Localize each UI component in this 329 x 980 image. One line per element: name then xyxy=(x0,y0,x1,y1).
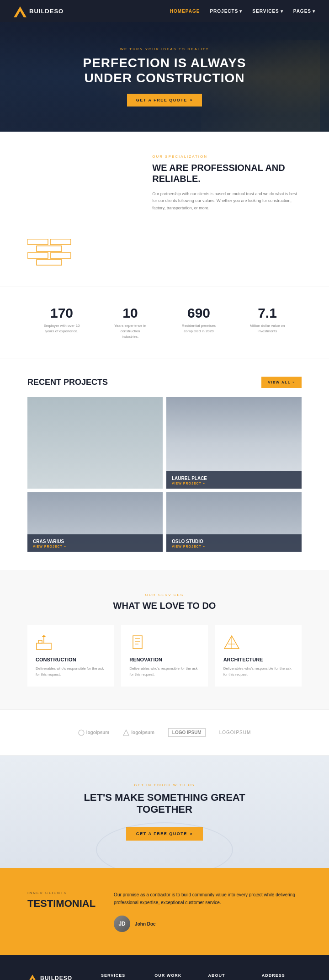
footer-col-services: SERVICES Construction Renovation Archite… xyxy=(101,973,141,980)
svg-rect-5 xyxy=(27,253,48,258)
brick-icon xyxy=(27,239,73,268)
service-desc-1: Deliverables who's responsible for the a… xyxy=(129,666,199,678)
stat-num-3: 7.1 xyxy=(233,305,302,321)
arrow-right-icon: » xyxy=(64,545,66,548)
logo-2: LOGO IPSUM xyxy=(168,728,206,737)
svg-rect-9 xyxy=(38,640,42,643)
svg-marker-20 xyxy=(123,730,129,735)
spec-desc: Our partnership with our clients is base… xyxy=(152,191,302,212)
services-cards: CONSTRUCTION Deliverables who's responsi… xyxy=(27,625,302,687)
spec-left xyxy=(27,154,134,212)
stat-desc-0: Employer with over 10 years of experienc… xyxy=(43,323,80,334)
projects-row-top: LAUREL PLACE VIEW PROJECT » xyxy=(27,397,302,489)
arrow-right-icon: » xyxy=(203,482,205,485)
service-name-1: RENOVATION xyxy=(129,657,199,662)
hero-section: WE TURN YOUR IDEAS TO REALITY PERFECTION… xyxy=(0,22,329,132)
stat-num-2: 690 xyxy=(164,305,233,321)
svg-rect-4 xyxy=(37,246,62,251)
stat-investments: 7.1 Million dollar value on investments xyxy=(233,301,302,344)
logos-section: logoipsum logoipsum LOGO IPSUM LOGOIPSUM xyxy=(0,709,329,756)
testimonial-left: INNER CLIENTS TESTIMONIAL xyxy=(27,891,96,932)
nav-projects[interactable]: PROJECTS ▾ xyxy=(210,9,242,14)
project-link-0[interactable]: VIEW PROJECT » xyxy=(172,482,296,485)
architecture-icon xyxy=(223,634,293,652)
project-label-oslo: OSLO STUDIO VIEW PROJECT » xyxy=(166,534,302,552)
svg-rect-8 xyxy=(37,643,51,650)
cta-bg-shape xyxy=(96,822,233,868)
projects-grid: LAUREL PLACE VIEW PROJECT » CRAS VARIUS … xyxy=(0,397,329,570)
specialization-section: OUR SPECIALIZATION WE ARE PROFESSIONAL A… xyxy=(0,132,329,230)
svg-rect-12 xyxy=(133,636,142,649)
testi-title: TESTIMONIAL xyxy=(27,898,96,910)
service-name-0: CONSTRUCTION xyxy=(36,657,106,662)
logo-0: logoipsum xyxy=(78,730,110,736)
nav-logo[interactable]: BUILDESO xyxy=(14,5,64,17)
testi-text: Our promise as a contractor is to build … xyxy=(114,891,302,906)
svg-marker-11 xyxy=(42,635,46,637)
chevron-down-icon: ▾ xyxy=(313,9,315,14)
hero-sub: WE TURN YOUR IDEAS TO REALITY xyxy=(120,47,209,51)
services-label: OUR SERVICES xyxy=(27,593,302,597)
service-card-construction: CONSTRUCTION Deliverables who's responsi… xyxy=(27,625,114,687)
service-desc-0: Deliverables who's responsible for the a… xyxy=(36,666,106,678)
cta-title: LET'S MAKE SOMETHING GREAT TOGETHER xyxy=(73,792,256,815)
cta-label: GET IN TOUCH WITH US xyxy=(27,783,302,787)
stat-desc-3: Million dollar value on investments xyxy=(249,323,286,334)
project-card-cras[interactable]: CRAS VARIUS VIEW PROJECT » xyxy=(27,492,163,552)
hero-title: PERFECTION IS ALWAYS UNDER CONSTRUCTION xyxy=(78,56,251,85)
project-card-oslo[interactable]: OSLO STUDIO VIEW PROJECT » xyxy=(166,492,302,552)
nav-homepage[interactable]: HOMEPAGE xyxy=(170,9,200,14)
project-name-0: LAUREL PLACE xyxy=(172,476,296,481)
testimonial-right: Our promise as a contractor is to build … xyxy=(114,891,302,932)
testi-label: INNER CLIENTS xyxy=(27,891,96,895)
arrow-right-icon: » xyxy=(292,380,295,384)
chevron-down-icon: ▾ xyxy=(239,9,242,14)
services-section: OUR SERVICES WHAT WE LOVE TO DO CONSTRUC… xyxy=(0,570,329,710)
svg-rect-6 xyxy=(50,253,71,258)
stat-desc-2: Residential premises completed in 2020 xyxy=(180,323,217,334)
svg-rect-3 xyxy=(50,239,71,245)
svg-point-19 xyxy=(79,730,84,735)
footer-logo-icon xyxy=(27,973,37,980)
footer-col-about: ABOUT Contact Us Career FAQ xyxy=(208,973,248,980)
footer-col-title-about: ABOUT xyxy=(208,973,248,978)
footer-col-title-work: OUR WORK xyxy=(154,973,194,978)
service-card-architecture: ARCHITECTURE Deliverables who's responsi… xyxy=(215,625,302,687)
spec-right: OUR SPECIALIZATION WE ARE PROFESSIONAL A… xyxy=(152,154,302,212)
renovation-icon xyxy=(129,634,199,652)
spec-title: WE ARE PROFESSIONAL AND RELIABLE. xyxy=(152,162,302,184)
nav-services[interactable]: SERVICES ▾ xyxy=(252,9,283,14)
arrow-right-icon: » xyxy=(190,98,193,102)
navbar: BUILDESO HOMEPAGE PROJECTS ▾ SERVICES ▾ … xyxy=(0,0,329,22)
logo-icon xyxy=(14,5,27,17)
project-name-1: CRAS VARIUS xyxy=(33,539,157,544)
hero-cta-button[interactable]: GET A FREE QUOTE » xyxy=(127,94,202,107)
svg-rect-7 xyxy=(37,260,62,265)
projects-header: RECENT PROJECTS VIEW ALL » xyxy=(0,358,329,397)
stat-employers: 170 Employer with over 10 years of exper… xyxy=(27,301,96,344)
spec-label: OUR SPECIALIZATION xyxy=(152,154,302,159)
footer-col-title-address: ADDRESS xyxy=(262,973,302,978)
author-avatar: JD xyxy=(114,916,130,932)
brand-name: BUILDESO xyxy=(29,8,64,15)
projects-row-bottom: CRAS VARIUS VIEW PROJECT » OSLO STUDIO V… xyxy=(27,492,302,552)
chevron-down-icon: ▾ xyxy=(281,9,283,14)
testimonial-author: JD John Doe xyxy=(114,916,302,932)
nav-links: HOMEPAGE PROJECTS ▾ SERVICES ▾ PAGES ▾ xyxy=(170,9,315,14)
stat-premises: 690 Residential premises completed in 20… xyxy=(164,301,233,344)
footer-col-address: ADDRESS Marston Street, no 14, 2nd floor… xyxy=(262,973,302,980)
arrow-right-icon: » xyxy=(203,545,205,548)
footer: BUILDESO Lorem ipsum dolor sit amet, for… xyxy=(0,955,329,980)
logo-1: logoipsum xyxy=(123,730,154,736)
project-card-laurel[interactable]: LAUREL PLACE VIEW PROJECT » xyxy=(166,397,302,489)
stat-num-0: 170 xyxy=(27,305,96,321)
svg-rect-2 xyxy=(27,239,48,245)
service-desc-2: Deliverables who's responsible for the a… xyxy=(223,666,293,678)
project-link-2[interactable]: VIEW PROJECT » xyxy=(172,545,296,548)
view-all-button[interactable]: VIEW ALL » xyxy=(261,377,302,388)
service-name-2: ARCHITECTURE xyxy=(223,657,293,662)
footer-col-work: OUR WORK Portfolio Clients Latest Articl… xyxy=(154,973,194,980)
project-link-1[interactable]: VIEW PROJECT » xyxy=(33,545,157,548)
footer-brand-name: BUILDESO xyxy=(40,975,72,980)
nav-pages[interactable]: PAGES ▾ xyxy=(293,9,315,14)
